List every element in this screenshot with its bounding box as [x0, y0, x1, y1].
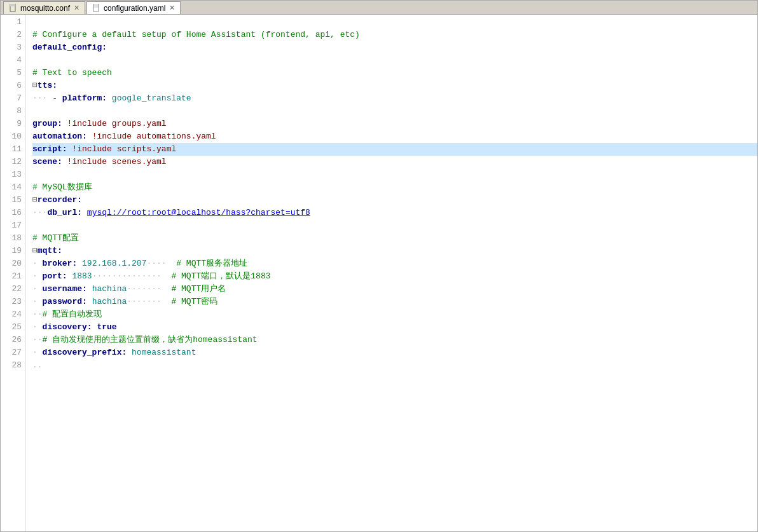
dots-26: ·· — [32, 334, 43, 346]
dots-25: · — [32, 321, 43, 334]
tab-label-mosquitto: mosquitto.conf — [20, 4, 70, 13]
code-line-11: script: !include scripts.yaml — [32, 143, 757, 156]
editor-area: 1 2 3 4 5 6 7 8 9 10 11 12 13 14 15 16 1… — [1, 15, 757, 531]
key-broker: broker: — [43, 257, 82, 270]
fold-recorder[interactable]: ⊟ — [32, 194, 38, 207]
code-line-4 — [32, 54, 757, 67]
code-line-17 — [32, 219, 757, 232]
dots-7: ··· — [32, 92, 52, 105]
key-automation: automation: — [32, 130, 92, 143]
key-tts: tts: — [38, 79, 57, 92]
ln-7: 7 — [1, 92, 22, 105]
key-mqtt: mqtt: — [38, 245, 62, 257]
ln-27: 27 — [1, 346, 22, 359]
key-port: port: — [43, 270, 72, 283]
ln-5: 5 — [1, 67, 22, 79]
key-password: password: — [43, 296, 92, 308]
code-line-3: default_config: — [32, 41, 757, 54]
val-password: hachina — [92, 296, 127, 308]
key-script: script: — [32, 143, 72, 156]
ln-15: 15 — [1, 194, 22, 207]
val-automation: !include automations.yaml — [92, 130, 216, 143]
ln-11: 11 — [1, 143, 22, 156]
svg-rect-2 — [93, 4, 99, 11]
val-script: !include scripts.yaml — [72, 143, 176, 156]
code-line-22: · username: hachina ······· # MQTT用户名 — [32, 283, 757, 296]
ln-9: 9 — [1, 118, 22, 130]
ln-13: 13 — [1, 168, 22, 181]
ln-19: 19 — [1, 245, 22, 257]
code-area[interactable]: # Configure a default setup of Home Assi… — [26, 15, 757, 531]
code-line-15: ⊟ recorder: — [32, 194, 757, 207]
code-line-18: # MQTT配置 — [32, 232, 757, 245]
code-line-24: ·· # 配置自动发现 — [32, 308, 757, 321]
comment-tts: # Text to speech — [32, 67, 112, 79]
code-line-26: ·· # 自动发现使用的主题位置前缀，缺省为homeassistant — [32, 334, 757, 346]
ln-6: 6 — [1, 79, 22, 92]
comment-discovery-auto: # 配置自动发现 — [43, 308, 102, 321]
ln-18: 18 — [1, 232, 22, 245]
code-line-14: # MySQL数据库 — [32, 181, 757, 194]
tab-label-configuration: configuration.yaml — [104, 4, 165, 13]
ln-26: 26 — [1, 334, 22, 346]
val-db-url: mysql://root:root@localhost/hass?charset… — [87, 207, 310, 219]
comment-username: # MQTT用户名 — [171, 283, 226, 296]
tab-mosquitto[interactable]: mosquitto.conf ✕ — [3, 1, 85, 14]
code-line-19: ⊟ mqtt: — [32, 245, 757, 257]
ln-14: 14 — [1, 181, 22, 194]
val-discovery: true — [97, 321, 116, 334]
val-scene: !include scenes.yaml — [67, 156, 167, 168]
code-line-2: # Configure a default setup of Home Assi… — [32, 29, 757, 41]
ln-28: 28 — [1, 359, 22, 372]
tab-close-configuration[interactable]: ✕ — [169, 4, 175, 12]
svg-rect-1 — [10, 4, 15, 6]
val-username: hachina — [92, 283, 127, 296]
comment-password: # MQTT密码 — [171, 296, 217, 308]
key-db-url: db_url: — [47, 207, 86, 219]
tab-close-mosquitto[interactable]: ✕ — [74, 4, 79, 12]
code-line-20: · broker: 192.168.1.207 ···· # MQTT服务器地址 — [32, 257, 757, 270]
dots-16: ··· — [32, 207, 47, 219]
code-line-1 — [32, 16, 757, 29]
ln-8: 8 — [1, 105, 22, 118]
tab-bar: mosquitto.conf ✕ configuration.yaml ✕ — [1, 1, 757, 15]
fold-tts[interactable]: ⊟ — [32, 79, 38, 92]
ln-23: 23 — [1, 296, 22, 308]
val-platform: google_translate — [112, 92, 191, 105]
code-line-16: ··· db_url: mysql://root:root@localhost/… — [32, 207, 757, 219]
val-group: !include groups.yaml — [67, 118, 167, 130]
fold-mqtt[interactable]: ⊟ — [32, 245, 38, 257]
key-scene: scene: — [32, 156, 67, 168]
comment-mysql: # MySQL数据库 — [32, 181, 92, 194]
comment-mqtt: # MQTT配置 — [32, 232, 79, 245]
file-icon-mosquitto — [9, 4, 18, 13]
ln-22: 22 — [1, 283, 22, 296]
code-line-12: scene: !include scenes.yaml — [32, 156, 757, 168]
key-default-config: default_config: — [32, 41, 107, 54]
ln-17: 17 — [1, 219, 22, 232]
file-icon-configuration — [92, 4, 101, 13]
code-line-7: ··· - platform: google_translate — [32, 92, 757, 105]
code-line-5: # Text to speech — [32, 67, 757, 79]
dash-7: - — [52, 92, 62, 105]
ln-25: 25 — [1, 321, 22, 334]
val-discovery-prefix: homeassistant — [132, 346, 196, 359]
ln-20: 20 — [1, 257, 22, 270]
val-broker: 192.168.1.207 — [82, 257, 146, 270]
tab-configuration[interactable]: configuration.yaml ✕ — [86, 1, 181, 14]
code-line-13 — [32, 168, 757, 181]
dots-20: · — [32, 257, 43, 270]
key-group: group: — [32, 118, 67, 130]
key-discovery-prefix: discovery_prefix: — [43, 346, 132, 359]
code-line-8 — [32, 105, 757, 118]
key-discovery: discovery: — [43, 321, 97, 334]
code-line-23: · password: hachina ······· # MQTT密码 — [32, 296, 757, 308]
key-recorder: recorder: — [38, 194, 82, 207]
key-username: username: — [43, 283, 92, 296]
dots-27: · — [32, 346, 43, 359]
line-numbers: 1 2 3 4 5 6 7 8 9 10 11 12 13 14 15 16 1… — [1, 15, 26, 531]
ln-4: 4 — [1, 54, 22, 67]
ln-24: 24 — [1, 308, 22, 321]
ln-16: 16 — [1, 207, 22, 219]
ln-12: 12 — [1, 156, 22, 168]
